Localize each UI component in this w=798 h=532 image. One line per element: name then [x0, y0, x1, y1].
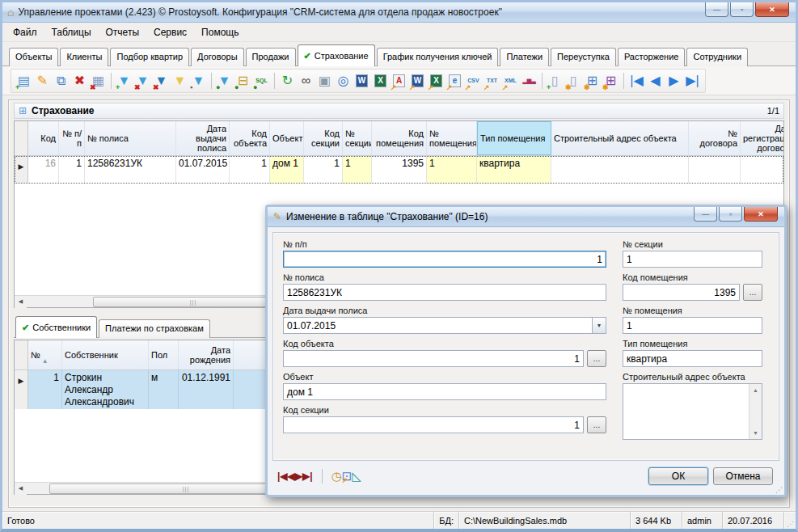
room-lookup-button[interactable]: ... [743, 284, 762, 301]
insurance-row[interactable]: ▶ 16 1 12586231УК 01.07.2015 1 дом 1 1 1… [15, 156, 783, 184]
filter-add-icon[interactable]: ▼+ [115, 71, 133, 91]
print-form-icon[interactable]: ◺ [352, 469, 361, 483]
col-owner-sex[interactable]: Пол [149, 340, 179, 369]
dialog-close-button[interactable]: ✕ [744, 207, 778, 222]
record-first-icon[interactable]: |◀ [277, 471, 288, 482]
nav-next-icon[interactable]: ▶ [665, 71, 683, 91]
tab-termination[interactable]: Расторжение [618, 48, 686, 66]
tab-clients[interactable]: Клиенты [60, 48, 108, 66]
minimize-button[interactable]: — [705, 2, 728, 17]
policy-no-input[interactable] [283, 284, 606, 301]
open-form-icon[interactable]: ⊡↗ [342, 469, 353, 483]
menu-reports[interactable]: Отчеты [99, 24, 146, 40]
menu-tables[interactable]: Таблицы [44, 24, 99, 40]
export-txt-icon[interactable]: TXT↗ [483, 71, 501, 91]
nav-prev-icon[interactable]: ◀ [646, 71, 665, 91]
tab-key-schedule[interactable]: График получения ключей [377, 48, 499, 66]
tab-reassignment[interactable]: Переуступка [551, 48, 616, 66]
export-xml-icon[interactable]: XML↗ [501, 71, 520, 91]
object-lookup-button[interactable]: ... [587, 350, 606, 367]
dialog-minimize-button[interactable]: — [694, 207, 717, 222]
refresh-icon[interactable]: ↻ [278, 71, 297, 91]
col-room-type[interactable]: Тип помещения [477, 121, 551, 155]
dialog-resize-grip[interactable]: ⋰ [775, 486, 783, 494]
find-icon[interactable]: ∞ [297, 71, 315, 91]
tab-insurance[interactable]: ✔Страхование [298, 44, 375, 66]
issue-date-input[interactable] [283, 317, 592, 334]
npp-input[interactable] [283, 251, 606, 268]
col-owner-birthdate[interactable]: Дата рождения [179, 340, 234, 369]
menu-file[interactable]: Файл [6, 24, 44, 40]
filter-load-icon[interactable]: ▼ [171, 71, 189, 91]
scroll-up-icon[interactable]: ▲ [749, 384, 762, 396]
record-settings-icon[interactable]: ▯✱ [564, 71, 583, 91]
ok-button[interactable]: ОК [648, 467, 708, 485]
textarea-vscrollbar[interactable]: ▲ ▼ [749, 384, 762, 439]
object-code-input[interactable] [283, 350, 584, 367]
word-icon[interactable]: W [353, 71, 371, 91]
col-room-code[interactable]: Код помещения [372, 121, 427, 155]
filter-delete-all-icon[interactable]: ▼✖ [152, 71, 171, 91]
export-csv-icon[interactable]: CSV↗ [464, 71, 483, 91]
delete-records-icon[interactable]: ▦✖ [89, 71, 108, 91]
col-code[interactable]: Код [28, 121, 59, 155]
tree-view-icon[interactable]: ⊟● [234, 71, 252, 91]
add-child-record-icon[interactable]: ▯+ [546, 71, 564, 91]
col-object-code[interactable]: Код объекта [230, 121, 270, 155]
print-icon[interactable]: ▣ [315, 71, 334, 91]
filter-delete-icon[interactable]: ▼✖ [133, 71, 152, 91]
date-dropdown-icon[interactable]: ▼ [592, 317, 606, 334]
delete-record-icon[interactable]: ✖ [70, 71, 89, 91]
nav-last-icon[interactable]: ▶| [683, 71, 702, 91]
close-button[interactable]: ✕ [755, 2, 789, 17]
preview-icon[interactable]: ◎ [334, 71, 353, 91]
scroll-left-icon[interactable]: ◀ [15, 296, 27, 308]
col-contract-reg-date[interactable]: Дата регистрации договора [741, 121, 783, 155]
col-contract-no[interactable]: № договора [689, 121, 741, 155]
add-record-icon[interactable]: ▤+ [15, 71, 33, 91]
record-last-icon[interactable]: ▶| [302, 471, 313, 482]
tab-employees[interactable]: Сотрудники [686, 48, 748, 66]
tab-objects[interactable]: Объекты [9, 48, 58, 66]
tab-payments[interactable]: Платежи [500, 48, 549, 66]
restore-button[interactable]: ▫ [730, 2, 754, 17]
menu-service[interactable]: Сервис [146, 24, 194, 40]
col-object[interactable]: Объект [270, 121, 304, 155]
table-settings-icon[interactable]: ⊞✱ [583, 71, 602, 91]
record-prev-icon[interactable]: ◀ [288, 471, 295, 482]
menu-help[interactable]: Помощь [194, 24, 246, 40]
chart-icon[interactable]: ▂▆▃ [520, 71, 538, 91]
cancel-button[interactable]: Отмена [713, 467, 773, 485]
copy-record-icon[interactable]: ⧉ [52, 71, 70, 91]
tab-contracts[interactable]: Договоры [191, 48, 243, 66]
export-excel-icon[interactable]: X↗ [427, 71, 445, 91]
tab-insurance-payments[interactable]: Платежи по страховкам [99, 319, 210, 338]
export-word-icon[interactable]: W↗ [408, 71, 427, 91]
col-owner-name[interactable]: Собственник [62, 340, 149, 369]
filter-view-icon[interactable]: ▼● [215, 71, 234, 91]
col-section-code[interactable]: Код секции [304, 121, 343, 155]
view-settings-icon[interactable]: ⊞✱ [602, 71, 620, 91]
col-address[interactable]: Строительный адрес объекта [551, 121, 689, 155]
tab-sales[interactable]: Продажи [246, 48, 296, 66]
resize-grip[interactable]: ⋰ [784, 512, 796, 529]
sql-view-icon[interactable]: SQL● [252, 71, 271, 91]
filter-save-icon[interactable]: ▼▪ [189, 71, 208, 91]
col-section-no[interactable]: № секции [343, 121, 372, 155]
room-code-input[interactable] [623, 284, 740, 301]
edit-record-icon[interactable]: ✎ [33, 71, 52, 91]
col-room-no[interactable]: № помещения [427, 121, 477, 155]
address-textarea[interactable]: ▲ ▼ [623, 383, 762, 440]
history-clock-icon[interactable]: ◷ [331, 469, 342, 483]
section-code-input[interactable] [283, 416, 584, 433]
scroll-thumb[interactable]: ||| [93, 297, 293, 307]
tab-owners[interactable]: ✔Собственники [15, 316, 97, 338]
scroll-down-icon[interactable]: ▼ [749, 427, 762, 439]
scroll-left-icon[interactable]: ◀ [15, 483, 27, 495]
excel-icon[interactable]: X [371, 71, 390, 91]
dialog-restore-button[interactable]: ▫ [719, 207, 742, 222]
col-npp[interactable]: № п/п [59, 121, 85, 155]
col-policy-no[interactable]: № полиса [85, 121, 176, 155]
tab-flat-selection[interactable]: Подбор квартир [110, 48, 189, 66]
record-next-icon[interactable]: ▶ [295, 471, 302, 482]
